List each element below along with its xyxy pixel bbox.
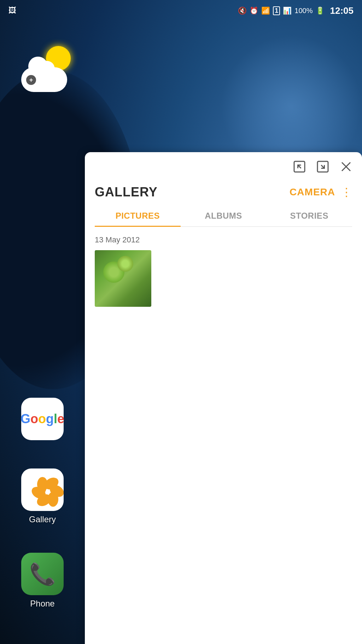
camera-button[interactable]: CAMERA [290,186,335,198]
flower-icon [28,476,57,504]
gallery-notification-icon: 🖼 [8,6,16,15]
photo-thumbnail[interactable] [95,250,151,307]
google-icon: Google [21,398,64,440]
panel-toolbar [85,152,362,181]
more-options-icon[interactable]: ⋮ [341,186,352,198]
weather-widget[interactable]: + [14,42,85,99]
panel-content: 13 May 2012 [85,227,362,644]
flower-center [39,486,46,493]
header-right: CAMERA ⋮ [290,186,352,198]
phone-symbol: 📞 [29,562,56,587]
status-time: 12:05 [330,5,354,16]
gallery-app-icon [21,468,64,511]
alarm-icon: ⏰ [250,6,258,15]
battery-label: 100% [294,7,313,15]
date-label: 13 May 2012 [95,235,352,245]
gallery-title: GALLERY [95,185,158,200]
desktop-apps: Google Gallery 📞 [14,398,71,609]
close-button[interactable] [337,158,355,176]
expand-button[interactable] [314,158,332,176]
tab-pictures[interactable]: PICTURES [95,205,181,226]
weather-icon-container: + [21,46,78,96]
gallery-app[interactable]: Gallery [14,468,71,524]
mute-icon: 🔇 [238,6,247,15]
phone-app-icon: 📞 [21,553,64,595]
battery-icon: 🔋 [316,6,325,15]
plant-photo [95,250,151,307]
signal-icon: 📊 [283,6,292,15]
google-logo: Google [21,412,64,426]
tab-stories[interactable]: STORIES [266,205,352,226]
google-app[interactable]: Google [14,398,71,440]
phone-app[interactable]: 📞 Phone [14,553,71,609]
tab-albums[interactable]: ALBUMS [181,205,267,226]
status-bar: 🖼 🔇 ⏰ 📶 1 📊 100% 🔋 12:05 [0,0,362,21]
gallery-panel: GALLERY CAMERA ⋮ PICTURES ALBUMS STORIES… [85,152,362,644]
photos-grid [95,250,352,307]
collapse-button[interactable] [291,158,308,176]
gallery-app-label: Gallery [29,514,56,524]
status-right-icons: 🔇 ⏰ 📶 1 📊 100% 🔋 12:05 [238,5,354,16]
panel-header: GALLERY CAMERA ⋮ [85,181,362,205]
panel-tabs: PICTURES ALBUMS STORIES [95,205,352,227]
phone-app-label: Phone [30,599,54,609]
sim-icon: 1 [273,6,280,15]
cloud-shape: + [21,67,67,92]
weather-add-badge[interactable]: + [26,75,36,85]
wifi-icon: 📶 [261,6,270,15]
status-left-icons: 🖼 [8,6,16,15]
